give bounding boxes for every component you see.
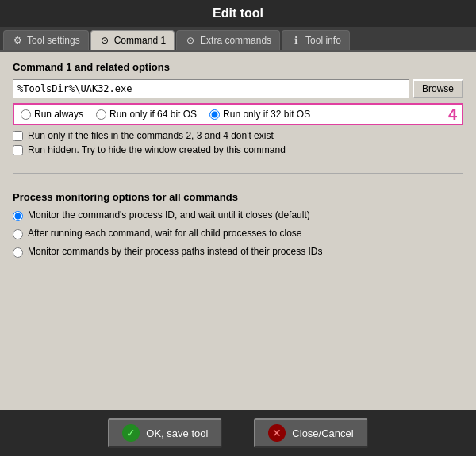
tab-bar: ⚙ Tool settings ⊙ Command 1 ⊙ Extra comm…: [0, 27, 476, 52]
radio-run-64bit[interactable]: Run only if 64 bit OS: [96, 109, 197, 120]
tab-command-1[interactable]: ⊙ Command 1: [90, 30, 175, 50]
main-content: Command 1 and related options Browse Run…: [0, 52, 476, 410]
radio-monitor-child-input[interactable]: [13, 229, 23, 239]
number-badge: 4: [448, 105, 457, 124]
checkbox-hidden-input[interactable]: [13, 145, 23, 155]
checkbox-files[interactable]: Run only if the files in the commands 2,…: [13, 130, 463, 141]
command-input-row: Browse: [13, 79, 463, 98]
checkbox-hidden[interactable]: Run hidden. Try to hide the window creat…: [13, 144, 463, 155]
command-section: Command 1 and related options Browse Run…: [13, 61, 463, 159]
ok-button[interactable]: ✓ OK, save tool: [108, 418, 222, 448]
cancel-label: Close/Cancel: [292, 427, 353, 439]
command-input[interactable]: [13, 79, 409, 98]
tab-extra-commands[interactable]: ⊙ Extra commands: [176, 30, 280, 50]
cancel-icon: ✕: [268, 424, 286, 442]
section-divider: [13, 173, 463, 174]
radio-run-32bit[interactable]: Run only if 32 bit OS: [209, 109, 310, 120]
radio-run-always-input[interactable]: [21, 109, 31, 120]
tab-tool-settings-label: Tool settings: [27, 35, 80, 46]
tab-extra-commands-label: Extra commands: [200, 35, 271, 46]
radio-run-always[interactable]: Run always: [21, 109, 83, 120]
radio-monitor-pid[interactable]: Monitor the command's process ID, and wa…: [13, 209, 463, 221]
ok-icon: ✓: [122, 424, 140, 442]
gear-icon: ⚙: [12, 35, 23, 46]
radio-monitor-pid-input[interactable]: [13, 211, 23, 221]
checkbox-files-input[interactable]: [13, 131, 23, 141]
radio-run-32bit-input[interactable]: [209, 109, 220, 120]
tab-tool-info-label: Tool info: [305, 35, 341, 46]
process-section-title: Process monitoring options for all comma…: [13, 191, 463, 203]
tab-tool-settings[interactable]: ⚙ Tool settings: [3, 30, 89, 50]
extra-commands-icon: ⊙: [185, 35, 196, 46]
ok-label: OK, save tool: [146, 427, 208, 439]
command-icon: ⊙: [99, 35, 110, 46]
process-section: Process monitoring options for all comma…: [13, 191, 463, 264]
run-mode-radio-group: Run always Run only if 64 bit OS Run onl…: [13, 103, 463, 125]
title-bar: Edit tool: [0, 0, 476, 27]
cancel-button[interactable]: ✕ Close/Cancel: [254, 418, 367, 448]
info-icon: ℹ: [290, 35, 301, 46]
bottom-bar: ✓ OK, save tool ✕ Close/Cancel: [0, 410, 476, 456]
tab-command-1-label: Command 1: [114, 35, 166, 46]
radio-monitor-path-input[interactable]: [13, 247, 23, 258]
title-text: Edit tool: [213, 6, 263, 20]
tab-tool-info[interactable]: ℹ Tool info: [282, 30, 350, 50]
command-section-title: Command 1 and related options: [13, 61, 463, 73]
radio-run-64bit-input[interactable]: [96, 109, 106, 120]
browse-button[interactable]: Browse: [413, 79, 463, 98]
radio-monitor-child[interactable]: After running each command, wait for all…: [13, 228, 463, 239]
radio-monitor-path[interactable]: Monitor commands by their process paths …: [13, 246, 463, 258]
